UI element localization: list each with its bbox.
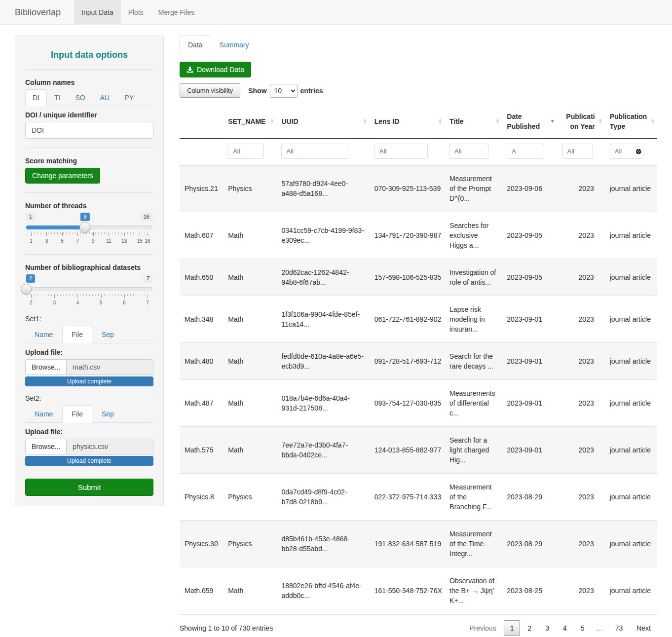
- clear-filter-icon[interactable]: ⊗: [635, 148, 642, 155]
- pagination-page-5[interactable]: 5: [574, 620, 591, 636]
- set2-filename: physics.csv: [67, 439, 153, 454]
- navbar-tabs: Input DataPlotsMerge Files: [74, 0, 202, 24]
- set1-tab-name[interactable]: Name: [25, 326, 62, 343]
- table-row[interactable]: Math.607Math0341cc59-c7cb-4199-9f83-e309…: [180, 212, 657, 259]
- set2-tab-name[interactable]: Name: [25, 405, 62, 423]
- navbar: Biblioverlap Input DataPlotsMerge Files: [0, 0, 672, 25]
- table-cell: Measurement of the Prompt D^{0...: [445, 165, 502, 212]
- pagination-previous[interactable]: Previous: [463, 620, 502, 636]
- table-row[interactable]: Math.487Math018a7b4e-6d6a-40a4-931d-2175…: [180, 380, 657, 427]
- table-cell: 2023: [558, 343, 605, 380]
- doi-input[interactable]: [25, 122, 153, 139]
- page-length-select[interactable]: 10: [270, 84, 298, 98]
- main-tab-summary[interactable]: Summary: [211, 36, 258, 54]
- set1-upload-progress: Upload complete: [25, 376, 153, 386]
- table-row[interactable]: Math.650Math20d62cac-1262-4842-94b8-6f67…: [180, 259, 657, 296]
- table-cell: Observation of the B+ → Jψη′ K+...: [445, 567, 502, 614]
- column-filter-lens-id[interactable]: [374, 144, 428, 159]
- table-cell: 2023-09-01: [502, 380, 557, 427]
- table-row[interactable]: Math.575Math7ee72a7e-d3b0-4fa7-bbda-0402…: [180, 427, 657, 474]
- set2-tab-file[interactable]: File: [62, 405, 92, 423]
- column-header-date-published[interactable]: Date Published▼: [502, 105, 557, 139]
- submit-button[interactable]: Submit: [25, 479, 153, 496]
- pagination-page-2[interactable]: 2: [521, 620, 538, 636]
- table-cell: Search for the rare decays ...: [445, 343, 502, 380]
- table-row[interactable]: Math.659Math18802e26-bffd-4546-af4e-addb…: [180, 567, 657, 614]
- column-filter-set-name[interactable]: [228, 144, 263, 159]
- table-body: Physics.21Physics57af9780-d924-4ee0-a488…: [180, 165, 657, 614]
- pagination-page-73[interactable]: 73: [609, 620, 630, 636]
- upload-sets: Set1:NameFileSepUpload file:Browse...mat…: [25, 315, 153, 466]
- slider-max-badge: 16: [141, 213, 152, 221]
- set2-label: Set2:: [25, 394, 153, 402]
- column-header-rowname: [180, 105, 223, 139]
- datasets-slider[interactable]: 72234567: [26, 274, 152, 307]
- column-header-label: UUID: [281, 117, 298, 125]
- column-filter-publication-year[interactable]: [562, 144, 593, 159]
- slider-value-badge: 8: [80, 213, 89, 221]
- table-cell: 093-754-127-030-835: [370, 380, 445, 427]
- column-header-publication-year[interactable]: Publication Year▲▼: [558, 105, 605, 139]
- sort-desc-icon: ▼: [550, 116, 555, 126]
- pagination-page-1[interactable]: 1: [504, 620, 521, 636]
- sort-icon: ▲▼: [438, 118, 442, 124]
- table-cell: 2023-09-01: [502, 343, 557, 380]
- column-visibility-button[interactable]: Column visibility: [180, 83, 240, 98]
- table-row[interactable]: Math.480Mathfedfd8de-610a-4a8e-a6e5-ecb3…: [180, 343, 657, 380]
- app-brand[interactable]: Biblioverlap: [0, 0, 68, 24]
- column-name-tab-di[interactable]: DI: [25, 89, 47, 106]
- change-parameters-button[interactable]: Change parameters: [25, 168, 100, 184]
- column-name-tab-py[interactable]: PY: [117, 89, 141, 106]
- pagination-page-3[interactable]: 3: [539, 620, 556, 636]
- main-tab-data[interactable]: Data: [180, 36, 211, 54]
- column-name-tab-so[interactable]: SO: [68, 89, 92, 106]
- slider-handle[interactable]: [79, 222, 90, 233]
- column-header-lens-id[interactable]: Lens ID▲▼: [370, 105, 445, 139]
- set2-upload-progress: Upload complete: [25, 456, 153, 466]
- table-cell: 0da7cd49-d8f9-4c02-b7d8-0218b9...: [276, 474, 369, 521]
- table-cell: 2023: [558, 296, 605, 343]
- table-row[interactable]: Math.348Math1f3f106a-9904-4fde-85ef-11ca…: [180, 296, 657, 343]
- pagination-page-4[interactable]: 4: [557, 620, 573, 636]
- column-header-uuid[interactable]: UUID▲▼: [276, 105, 369, 139]
- table-row[interactable]: Physics.8Physics0da7cd49-d8f9-4c02-b7d8-…: [180, 474, 657, 521]
- table-cell: 2023: [558, 521, 605, 567]
- table-cell: 1f3f106a-9904-4fde-85ef-11ca14...: [276, 296, 369, 343]
- table-cell: Math: [223, 259, 276, 296]
- table-cell: 2023-08-29: [502, 474, 557, 521]
- navbar-tab-plots[interactable]: Plots: [121, 0, 151, 24]
- pagination-next[interactable]: Next: [630, 620, 657, 636]
- set2-browse-button[interactable]: Browse...: [25, 439, 67, 454]
- navbar-tab-input-data[interactable]: Input Data: [74, 0, 121, 24]
- sort-icon: ▲▼: [363, 118, 367, 124]
- column-filter-uuid[interactable]: [281, 144, 349, 159]
- column-header-title[interactable]: Title▲▼: [445, 105, 502, 139]
- slider-track[interactable]: [26, 287, 152, 291]
- slider-handle[interactable]: [21, 284, 32, 295]
- download-data-button[interactable]: Download Data: [180, 62, 251, 77]
- column-filter-date-published[interactable]: [507, 144, 544, 159]
- navbar-tab-merge-files[interactable]: Merge Files: [151, 0, 202, 24]
- table-cell: journal article: [605, 259, 657, 296]
- set1-block: Set1:NameFileSepUpload file:Browse...mat…: [25, 315, 153, 386]
- table-cell: journal article: [605, 212, 657, 259]
- column-filter-title[interactable]: [449, 144, 488, 159]
- set2-tab-sep[interactable]: Sep: [92, 405, 123, 423]
- table-row[interactable]: Physics.21Physics57af9780-d924-4ee0-a488…: [180, 165, 657, 212]
- table-cell: Math.650: [180, 259, 223, 296]
- table-row[interactable]: Physics.30Physicsd85b461b-453e-4868-bb28…: [180, 521, 657, 567]
- column-header-publication-type[interactable]: Publication Type▲▼: [605, 105, 657, 139]
- download-button-label: Download Data: [197, 66, 244, 74]
- set1-tab-sep[interactable]: Sep: [92, 326, 123, 343]
- sort-icon: ▲▼: [270, 118, 274, 124]
- set1-browse-button[interactable]: Browse...: [25, 359, 67, 375]
- set1-tab-file[interactable]: File: [62, 326, 92, 343]
- threads-slider[interactable]: 11681357911131516: [26, 213, 152, 245]
- column-name-tab-ti[interactable]: TI: [47, 89, 68, 106]
- column-header-set-name[interactable]: SET_NAME▲▼: [223, 105, 276, 139]
- column-name-tab-au[interactable]: AU: [93, 89, 117, 106]
- entries-label: entries: [300, 87, 323, 95]
- table-cell: 2023-09-01: [502, 296, 557, 343]
- table-cell: 57af9780-d924-4ee0-a488-d5a168...: [276, 165, 369, 212]
- pagination: Previous12345…73Next: [462, 620, 657, 636]
